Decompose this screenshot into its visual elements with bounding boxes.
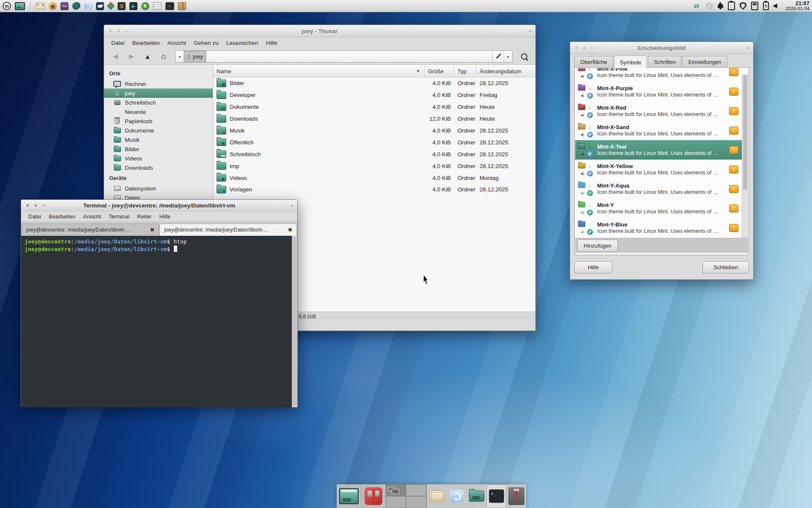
up-button[interactable]: ▲ <box>140 50 155 62</box>
network-icon[interactable] <box>692 1 701 11</box>
menu-hilfe[interactable]: Hilfe <box>156 212 174 221</box>
sidebar-item-papierkorb[interactable]: Papierkorb <box>104 116 213 126</box>
theme-row-mint-x-pink[interactable]: ↓◄)Mint-X-PinkIcon theme built for Linux… <box>575 68 742 82</box>
sidebar-item-rechner[interactable]: Rechner <box>104 79 213 88</box>
maximize-icon[interactable]: + <box>117 25 120 37</box>
panel-clock[interactable]: 21:07 2026-01-04 <box>786 1 809 11</box>
dock-task-terminal[interactable]: >_ <box>486 484 506 508</box>
workspace-pager[interactable] <box>386 484 427 508</box>
stack-icon[interactable] <box>153 2 162 10</box>
back-button[interactable]: ◀ <box>108 50 123 62</box>
menu-ansicht[interactable]: Ansicht <box>164 39 190 47</box>
keepass-icon[interactable] <box>141 2 149 10</box>
minimize-icon[interactable]: − <box>125 25 128 37</box>
nextcloud-icon[interactable] <box>96 2 104 10</box>
menu-ansicht[interactable]: Ansicht <box>79 212 105 221</box>
dino-icon[interactable] <box>84 3 92 10</box>
close-icon[interactable]: × <box>109 25 112 37</box>
file-row-schreibtisch[interactable]: ▬Schreibtisch4,0 KiBOrdner28.12.2025 <box>213 148 535 160</box>
file-row-dokumente[interactable]: ▤Dokumente4,0 KiBOrdnerHeute <box>213 101 535 113</box>
path-scroll-left-button[interactable]: ◂ <box>176 51 184 62</box>
minimize-icon[interactable]: − <box>42 199 45 211</box>
thunar-shade-icon[interactable]: ▾ <box>529 29 531 33</box>
file-row-vorlagen[interactable]: ≡Vorlagen4,0 KiBOrdner28.12.2025 <box>213 184 535 196</box>
file-row-developer[interactable]: Developer4,0 KiBOrdnerFreitag <box>213 89 535 101</box>
path-bar[interactable]: ◂ ⌂ joey ▸ <box>175 50 513 63</box>
sidebar-item-dateisystem[interactable]: Dateisystem <box>104 184 213 193</box>
menu-datei[interactable]: Datei <box>25 212 45 221</box>
sidebar-item-musik[interactable]: Musik <box>104 135 213 144</box>
sidebar-item-videos[interactable]: Videos <box>104 154 213 163</box>
file-row-downloads[interactable]: ↓Downloads12,0 KiBOrdnerHeute <box>213 113 535 125</box>
tab-close-icon[interactable]: ✖ <box>150 227 154 233</box>
tab-einstellungen[interactable]: Einstellungen <box>682 56 727 68</box>
toolbox-launcher[interactable] <box>361 484 386 508</box>
menu-reiter[interactable]: Reiter <box>133 212 156 221</box>
sidebar-item-joey[interactable]: ⌂joey <box>104 88 213 98</box>
file-row-bilder[interactable]: ▦Bilder4,0 KiBOrdner28.12.2025 <box>213 77 535 89</box>
help-button[interactable]: Hilfe <box>574 261 612 273</box>
theme-row-mint-x-purple[interactable]: ↓◄)Mint-X-PurpleIcon theme built for Lin… <box>575 82 742 101</box>
sidebar-item-neueste[interactable]: Neueste <box>104 107 213 116</box>
bell-icon[interactable] <box>718 3 723 8</box>
updates-icon[interactable] <box>706 3 713 10</box>
theme-row-mint-x-yellow[interactable]: ↓◄)Mint-X-YellowIcon theme built for Lin… <box>575 160 742 179</box>
sidebar-item-downloads[interactable]: Downloads <box>104 163 213 172</box>
column-header-name[interactable]: Name ▼ <box>213 65 425 77</box>
theme-list-scrollbar[interactable] <box>742 74 748 238</box>
terminal-tab-1[interactable]: joey@devcentre: /media/joey/Daten/libvir… <box>22 224 159 236</box>
mint-menu-icon[interactable] <box>3 2 11 10</box>
sublime-icon[interactable] <box>118 2 126 10</box>
clipboard-icon[interactable] <box>728 2 735 10</box>
file-row-musik[interactable]: ♫Musik4,0 KiBOrdner28.12.2025 <box>213 125 535 137</box>
menu-bearbeiten[interactable]: Bearbeiten <box>129 39 164 47</box>
tab-schriften[interactable]: Schriften <box>648 56 681 68</box>
mail-icon[interactable] <box>36 3 45 9</box>
column-header-size[interactable]: Größe <box>425 65 454 77</box>
cube-icon[interactable] <box>107 2 115 10</box>
menu-lesezeichen[interactable]: Lesezeichen <box>222 39 262 47</box>
thunar-titlebar[interactable]: ×+− joey - Thunar ▾ <box>104 25 535 37</box>
texstudio-icon[interactable] <box>60 2 69 10</box>
firefox-icon[interactable] <box>49 2 57 10</box>
sync-icon[interactable] <box>129 2 137 10</box>
terminal-body[interactable]: joey@devcentre:/media/joey/Daten/libvirt… <box>21 236 297 407</box>
package-icon[interactable] <box>178 2 186 10</box>
path-edit-button[interactable] <box>492 51 504 62</box>
close-button[interactable]: Schließen <box>702 261 749 273</box>
menu-terminal[interactable]: Terminal <box>105 212 133 221</box>
dock-task-mail[interactable] <box>427 484 447 508</box>
tab-symbole[interactable]: Symbole <box>614 55 647 68</box>
theme-row-mint-x-sand[interactable]: ↓◄)Mint-X-SandIcon theme built for Linux… <box>575 121 742 140</box>
tab-close-icon[interactable]: ✖ <box>288 227 292 233</box>
column-header-type[interactable]: Typ <box>454 65 476 77</box>
gimp-icon[interactable] <box>72 2 80 10</box>
file-row-videos[interactable]: ▶Videos4,0 KiBOrdnerMontag <box>213 172 535 184</box>
workspace-4[interactable] <box>406 496 426 508</box>
terminal-titlebar[interactable]: ×+− Terminal - joey@devcentre: /media/jo… <box>21 200 297 211</box>
terminal-shade-icon[interactable]: ▾ <box>291 203 293 208</box>
battery-icon[interactable] <box>763 2 769 10</box>
volume-icon[interactable] <box>774 3 777 8</box>
home-button[interactable]: ⌂ <box>156 50 171 62</box>
show-desktop-button[interactable] <box>337 484 361 508</box>
theme-row-mint-y-blue[interactable]: ↓◄)Mint-Y-BlueIcon theme built for Linux… <box>575 218 742 237</box>
sidebar-item-dokumente[interactable]: Dokumente <box>104 126 213 135</box>
close-icon[interactable]: × <box>26 199 29 211</box>
workspace-3[interactable] <box>386 496 406 508</box>
maximize-icon[interactable]: + <box>34 199 37 211</box>
file-row--ffentlich[interactable]: ☻Öffentlich4,0 KiBOrdner28.12.2025 <box>213 136 535 148</box>
dock-task-wine[interactable] <box>506 484 526 508</box>
show-desktop-icon[interactable] <box>15 2 25 10</box>
path-scroll-right-button[interactable]: ▸ <box>504 51 512 62</box>
tab-oberfl-che[interactable]: Oberfläche <box>574 56 613 68</box>
path-segment-joey[interactable]: ⌂ joey <box>184 51 206 62</box>
scrollbar-thumb[interactable] <box>743 75 747 190</box>
theme-row-mint-y-aqua[interactable]: ↓◄)Mint-Y-AquaIcon theme built for Linux… <box>575 179 742 199</box>
shield-icon[interactable] <box>740 2 746 10</box>
theme-row-mint-y[interactable]: ↓◄)Mint-YIcon theme built for Linux Mint… <box>575 199 742 218</box>
dock-task-messenger[interactable] <box>447 484 466 508</box>
forward-button[interactable]: ▶ <box>124 50 139 62</box>
sidebar-item-schreibtisch[interactable]: Schreibtisch <box>104 98 213 107</box>
menu-datei[interactable]: Datei <box>107 39 129 47</box>
